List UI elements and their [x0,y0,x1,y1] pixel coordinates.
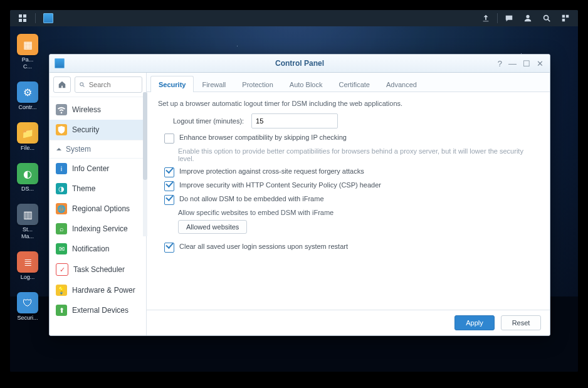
tab-security[interactable]: Security [150,76,194,92]
sidebar-item-label: Theme [72,184,95,193]
checkbox-label: Improve protection against cross-site re… [179,167,364,175]
wireless-icon [56,104,67,115]
desktop-icon[interactable]: 📁File... [15,122,40,152]
sidebar-item-label: Task Scheduler [73,265,125,274]
desktop-icon[interactable]: ▦Pa...C... [15,34,40,70]
allowed-websites-button[interactable]: Allowed websites [178,220,247,234]
svg-point-5 [80,83,83,86]
taskbar-app-control-panel[interactable] [39,10,57,26]
upload-icon [481,14,490,23]
sidebar-item-label: Regional Options [72,204,130,213]
logout-timer-label: Logout timer (minutes): [173,117,244,125]
checkbox-csp[interactable] [164,181,174,191]
logout-timer-input[interactable] [251,113,338,128]
calendar-icon: ✓ [56,263,68,276]
sidebar-item-theme[interactable]: ◑Theme [50,179,146,199]
widgets-icon [561,14,570,23]
tray-chat-button[interactable] [500,10,518,26]
scrollbar-thumb[interactable] [143,92,147,180]
control-panel-icon [43,13,53,23]
index-icon: ⌕ [56,223,67,234]
sidebar-item-label: Wireless [72,105,101,114]
desktop-icon-label: File... [15,145,40,152]
user-icon [523,14,532,23]
sidebar: Wireless Security System iInfo Center ◑T… [50,73,147,335]
sidebar-item-info-center[interactable]: iInfo Center [50,159,146,179]
svg-point-0 [526,15,529,18]
grid-icon [19,14,26,22]
sidebar-item-wireless[interactable]: Wireless [50,100,146,120]
footer: Apply Reset [147,310,550,335]
security-pane: Set up a browser automatic logout timer … [147,92,550,310]
tab-advanced[interactable]: Advanced [378,76,425,92]
desktop-icon-label: Securi... [15,315,40,322]
desktop-icon[interactable]: ≣Log... [15,251,40,281]
sidebar-group-system[interactable]: System [50,140,146,159]
info-icon: i [56,163,67,174]
tray-user-button[interactable] [519,10,537,26]
desktop-icon-label: C... [15,63,40,70]
desktop-icon-label: Ma... [15,233,40,240]
app-icon: 🛡 [17,292,38,313]
device-icon: ⬆ [56,305,67,316]
svg-rect-4 [562,19,565,21]
close-button[interactable]: ✕ [537,60,543,68]
theme-icon: ◑ [56,183,67,194]
enhance-hint: Enable this option to provide better com… [178,147,538,162]
home-button[interactable] [53,76,71,93]
apply-button[interactable]: Apply [454,315,495,330]
sidebar-item-label: Notification [72,244,109,253]
tab-protection[interactable]: Protection [234,76,281,92]
minimize-button[interactable]: — [508,60,517,68]
sidebar-item-notification[interactable]: ✉Notification [50,239,146,259]
svg-rect-3 [566,15,569,18]
checkbox-label: Enhance browser compatibility by skippin… [179,134,347,141]
app-icon: ▥ [17,204,38,225]
checkbox-csrf[interactable] [164,167,174,177]
desktop-icon-label: Pa... [15,56,40,63]
main-menu-button[interactable] [14,10,31,26]
tray-search-button[interactable] [538,10,555,26]
checkbox-enhance-compat[interactable] [164,134,174,144]
control-panel-window: Control Panel ? — ☐ ✕ [49,54,550,336]
reset-button[interactable]: Reset [501,315,541,330]
tab-auto-block[interactable]: Auto Block [281,76,331,92]
sidebar-item-external[interactable]: ⬆External Devices [50,300,146,320]
sidebar-item-hardware[interactable]: 💡Hardware & Power [50,280,146,300]
shield-icon [56,124,67,135]
message-icon: ✉ [56,243,67,254]
window-icon [55,58,65,68]
svg-rect-2 [562,15,565,18]
separator [35,13,36,23]
tray-widgets-button[interactable] [557,10,574,26]
app-icon: ◐ [17,163,38,184]
sidebar-item-indexing[interactable]: ⌕Indexing Service [50,219,146,239]
checkbox-label: Do not allow DSM to be embedded with iFr… [179,195,324,202]
desktop-icon[interactable]: ▥St...Ma... [15,204,40,240]
tray-upload-button[interactable] [477,10,495,26]
help-button[interactable]: ? [498,60,502,68]
desktop-icon[interactable]: ◐DS... [15,163,40,192]
iframe-sub-label: Allow specific websites to embed DSM wit… [178,209,538,216]
sidebar-item-label: Security [72,125,99,134]
sidebar-item-regional[interactable]: 🌐Regional Options [50,199,146,219]
titlebar[interactable]: Control Panel ? — ☐ ✕ [50,55,550,73]
taskbar [10,10,578,26]
tab-firewall[interactable]: Firewall [194,76,234,92]
sidebar-item-label: Hardware & Power [72,286,135,295]
sidebar-item-label: External Devices [72,306,129,315]
sidebar-scrollbar[interactable] [143,92,147,236]
maximize-button[interactable]: ☐ [523,60,530,68]
checkbox-clear-sessions[interactable] [164,243,174,253]
search-field[interactable] [75,76,142,93]
desktop-icon[interactable]: 🛡Securi... [15,292,40,322]
globe-icon: 🌐 [56,203,67,214]
app-icon: ≣ [17,251,38,273]
tab-certificate[interactable]: Certificate [330,76,378,92]
sidebar-item-task-scheduler[interactable]: ✓Task Scheduler [50,259,146,280]
checkbox-iframe[interactable] [164,195,174,205]
sidebar-item-security[interactable]: Security [50,120,146,140]
sidebar-item-label: Info Center [72,164,109,173]
desktop-icon[interactable]: ⚙Contr... [15,81,40,111]
search-input[interactable] [88,80,138,89]
